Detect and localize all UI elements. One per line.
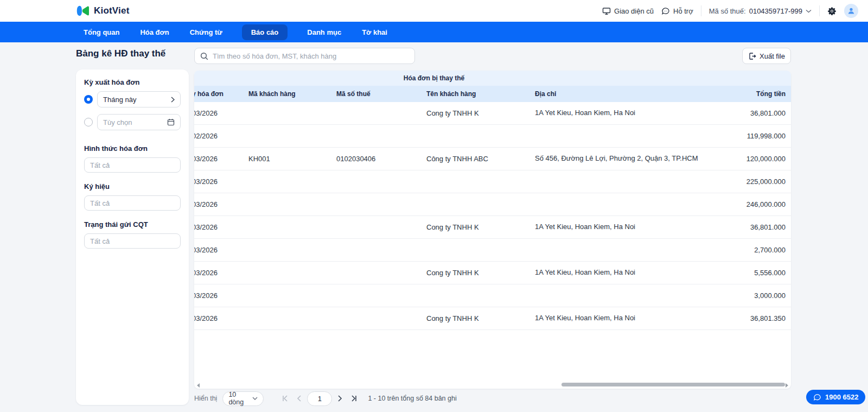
tax-code: 0102030406 [336,155,426,163]
first-page-icon[interactable] [279,392,291,404]
period-this-month-radio[interactable] [84,95,93,104]
horizontal-scrollbar[interactable] [194,382,791,388]
scroll-left-arrow-icon[interactable] [197,383,200,388]
main-nav: Tổng quan Hóa đơn Chứng từ Báo cáo Danh … [0,22,868,42]
period-custom-picker[interactable]: Tùy chọn [97,114,181,130]
invoice-date: 03/2026 [194,200,218,208]
user-icon [847,7,856,15]
hotline-number: 1900 6522 [825,393,858,401]
tab-bao-cao[interactable]: Báo cáo [242,24,288,40]
export-icon [748,52,756,60]
group-header-label: Hóa đơn bị thay thế [194,71,674,86]
address: Số 456, Đường Lê Lợi, Phường 2, Quận 3, … [535,154,717,163]
address: 1A Yet Kieu, Hoan Kiem, Ha Noi [535,223,717,231]
next-page-icon[interactable] [334,392,346,404]
export-file-button[interactable]: Xuất file [742,48,791,64]
period-this-month-select[interactable]: Tháng này [97,91,181,107]
table-row[interactable]: 03/2026 Cong ty TNHH K 1A Yet Kieu, Hoan… [194,262,791,284]
customer-name: Cong ty TNHH K [426,269,535,277]
total-amount: 225,000.000 [717,178,791,186]
replaced-invoices-table: Hóa đơn bị thay thế y hóa đơn Mã khách h… [194,71,791,389]
brand-name: KiotViet [94,5,130,16]
period-custom-radio[interactable] [84,118,93,126]
cqt-status-select[interactable]: Tất cả [84,233,181,249]
pagination-bar: Hiển thị 10 dòng 1 - 10 trên tổng số 84 … [194,391,791,406]
table-row[interactable]: 03/2026 KH001 0102030406 Công ty TNHH AB… [194,148,791,170]
table-row[interactable]: 03/2026 246,000.000 [194,193,791,216]
page-title: Bảng kê HĐ thay thế [76,48,165,59]
table-row[interactable]: 03/2026 3,000.000 [194,284,791,307]
last-page-icon[interactable] [348,392,360,404]
invoice-date: 03/2026 [194,178,218,186]
total-amount: 119,998.000 [717,132,791,140]
invoice-date: 03/2026 [194,109,218,117]
support-label: Hỗ trợ [673,7,693,15]
search-input[interactable] [213,52,409,60]
total-amount: 3,000.000 [717,291,791,300]
customer-code: KH001 [248,155,336,163]
col-header-address: Địa chỉ [535,90,717,98]
total-amount: 5,556.000 [717,269,791,277]
customer-name: Cong ty TNHH K [426,109,535,117]
period-this-month-value: Tháng này [103,96,136,104]
calendar-icon [167,118,175,126]
settings-button[interactable] [827,7,837,16]
old-interface-link[interactable]: Giao diện cũ [602,7,654,15]
search-icon [200,52,208,60]
invoice-date: 03/2026 [194,223,218,231]
col-header-tax-code: Mã số thuế [336,90,426,98]
invoice-date: 03/2026 [194,155,218,163]
table-group-header: Hóa đơn bị thay thế [194,71,791,86]
tab-hoa-don[interactable]: Hóa đơn [139,24,170,40]
table-row[interactable]: 03/2026 225,000.000 [194,170,791,193]
tax-code-selector[interactable]: Mã số thuế: 0104359717-999 [709,7,812,15]
user-avatar[interactable] [844,4,858,18]
tax-code-label: Mã số thuế: [709,7,746,15]
search-box[interactable] [194,48,415,64]
table-row[interactable]: 02/2026 119,998.000 [194,125,791,148]
table-row[interactable]: 03/2026 Cong ty TNHH K 1A Yet Kieu, Hoan… [194,102,791,125]
prev-page-icon[interactable] [293,392,305,404]
cqt-status-filter-label: Trạng thái gửi CQT [84,220,181,229]
customer-name: Cong ty TNHH K [426,314,535,322]
period-filter-label: Kỳ xuất hóa đơn [84,78,181,86]
tab-tong-quan[interactable]: Tổng quan [82,24,120,40]
divider [819,5,820,16]
support-link[interactable]: Hỗ trợ [661,7,693,15]
scroll-right-arrow-icon[interactable] [786,383,788,388]
table-row[interactable]: 03/2026 Cong ty TNHH K 1A Yet Kieu, Hoan… [194,307,791,330]
chevron-down-icon [806,9,812,13]
scrollbar-thumb[interactable] [561,383,785,386]
invoice-date: 03/2026 [194,291,218,300]
address: 1A Yet Kieu, Hoan Kiem, Ha Noi [535,314,717,322]
invoice-form-select[interactable]: Tất cả [84,157,181,173]
total-amount: 246,000.000 [717,200,791,208]
hotline-chat-button[interactable]: 1900 6522 [806,390,865,404]
monitor-icon [602,7,611,15]
page-size-dropdown[interactable]: 10 dòng [222,391,264,406]
brand-logo[interactable]: KiotViet [76,4,130,17]
kiotviet-logo-icon [76,4,90,17]
tab-danh-muc[interactable]: Danh mục [306,24,342,40]
table-row[interactable]: 03/2026 Cong ty TNHH K 1A Yet Kieu, Hoan… [194,216,791,239]
total-amount: 36,801.000 [717,109,791,117]
invoice-date: 03/2026 [194,246,218,254]
customer-name: Cong ty TNHH K [426,223,535,231]
chevron-down-icon [252,397,258,400]
tab-to-khai[interactable]: Tờ khai [361,24,388,40]
period-custom-placeholder: Tùy chọn [103,118,132,126]
table-row[interactable]: 03/2026 2,700.000 [194,239,791,262]
symbol-select[interactable]: Tất cả [84,195,181,211]
address: 1A Yet Kieu, Hoan Kiem, Ha Noi [535,268,717,277]
invoice-date: 03/2026 [194,314,218,322]
invoice-date: 02/2026 [194,132,218,140]
divider [701,5,701,16]
chevron-right-icon [171,97,175,103]
address: 1A Yet Kieu, Hoan Kiem, Ha Noi [535,109,717,117]
tab-chung-tu[interactable]: Chứng từ [189,24,224,40]
page-number-input[interactable] [307,391,332,406]
gear-icon [827,7,837,16]
total-amount: 36,801.000 [717,223,791,231]
old-interface-label: Giao diện cũ [614,7,654,15]
invoice-date: 03/2026 [194,269,218,277]
